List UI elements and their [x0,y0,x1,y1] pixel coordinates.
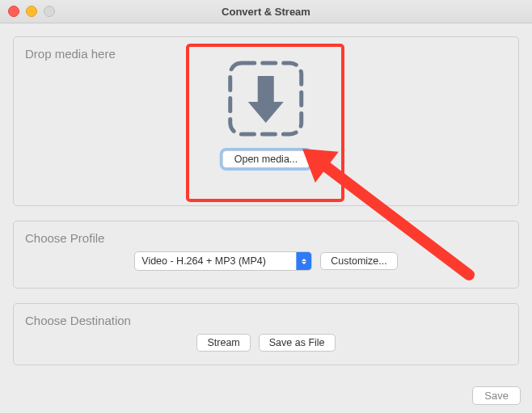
drop-target-icon [226,58,306,139]
stream-button[interactable]: Stream [196,334,250,352]
updown-icon [296,252,311,270]
content-area: Drop media here Open media... Choose Pro… [0,23,532,393]
open-media-button[interactable]: Open media... [222,150,310,168]
save-button[interactable]: Save [472,386,521,405]
profile-select-value: Video - H.264 + MP3 (MP4) [135,255,296,267]
destination-panel: Choose Destination Stream Save as File [13,303,519,365]
drop-zone[interactable]: Open media... [222,58,310,168]
minimize-icon[interactable] [26,6,37,17]
profile-row: Video - H.264 + MP3 (MP4) Customize... [25,251,507,271]
drop-panel: Drop media here Open media... [13,36,519,206]
profile-panel: Choose Profile Video - H.264 + MP3 (MP4)… [13,221,519,289]
save-as-file-button[interactable]: Save as File [259,334,336,352]
window-title: Convert & Stream [0,6,532,18]
customize-button[interactable]: Customize... [320,252,397,270]
destination-row: Stream Save as File [25,334,507,352]
titlebar: Convert & Stream [0,0,532,23]
svg-marker-2 [248,102,284,123]
traffic-lights [8,6,55,17]
destination-panel-title: Choose Destination [25,314,507,327]
close-icon[interactable] [8,6,19,17]
profile-select[interactable]: Video - H.264 + MP3 (MP4) [134,251,312,271]
zoom-icon [44,6,55,17]
footer: Save [472,386,521,405]
profile-panel-title: Choose Profile [25,231,507,245]
svg-rect-1 [258,76,274,103]
